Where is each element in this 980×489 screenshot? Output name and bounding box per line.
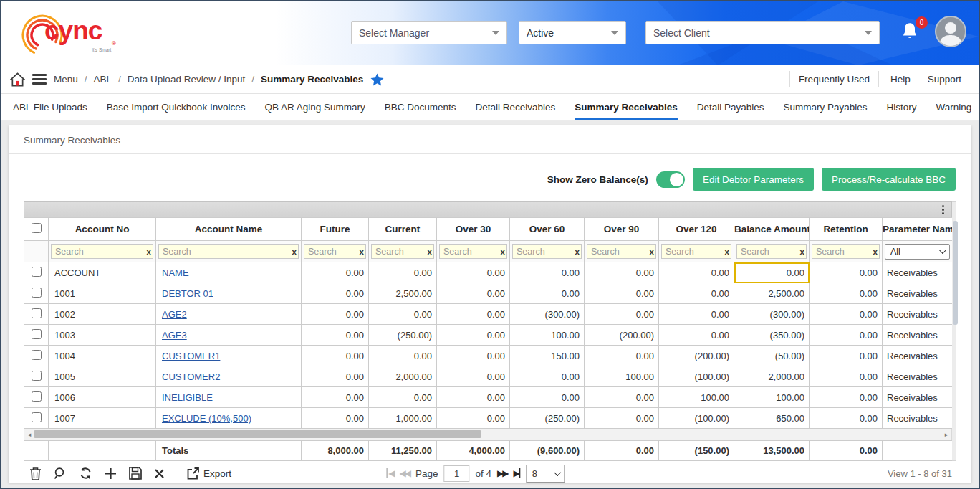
column-header-balance-amount[interactable]: Balance Amount xyxy=(734,218,810,241)
row-checkbox[interactable] xyxy=(32,371,42,381)
select-manager-dropdown[interactable]: Select Manager xyxy=(351,21,507,44)
search-input[interactable] xyxy=(371,244,434,259)
show-zero-balances-toggle[interactable] xyxy=(656,171,685,188)
clear-search-button[interactable]: x xyxy=(873,247,878,256)
clear-search-button[interactable]: x xyxy=(292,247,297,256)
grid-options-button[interactable] xyxy=(942,205,944,214)
account-name-link[interactable]: CUSTOMER1 xyxy=(162,351,220,361)
save-button[interactable] xyxy=(129,467,142,480)
previous-page-button[interactable]: ◀◀ xyxy=(400,468,410,478)
frequently-used-link[interactable]: Frequently Used xyxy=(789,71,879,87)
process-recalculate-bbc-button[interactable]: Process/Re-calculate BBC xyxy=(822,168,956,191)
account-name-link[interactable]: DEBTOR 01 xyxy=(162,288,213,299)
user-avatar[interactable] xyxy=(935,16,966,47)
row-checkbox[interactable] xyxy=(32,288,42,298)
search-button[interactable] xyxy=(54,467,67,480)
column-header-over-60[interactable]: Over 60 xyxy=(510,218,585,241)
row-checkbox[interactable] xyxy=(32,391,42,402)
tab-abl-file-uploads[interactable]: ABL File Uploads xyxy=(13,94,87,120)
column-header-retention[interactable]: Retention xyxy=(810,218,883,241)
row-checkbox[interactable] xyxy=(32,308,42,318)
future-cell: 0.00 xyxy=(302,325,369,346)
row-checkbox[interactable] xyxy=(32,267,42,277)
tab-summary-receivables[interactable]: Summary Receivables xyxy=(575,94,677,120)
search-input[interactable] xyxy=(812,244,880,259)
row-checkbox[interactable] xyxy=(32,329,42,339)
vertical-scrollbar[interactable] xyxy=(952,201,956,461)
over60-cell: 0.00 xyxy=(510,262,585,283)
scroll-left-arrow-icon[interactable]: ◂ xyxy=(24,429,34,440)
select-all-checkbox[interactable] xyxy=(32,223,42,233)
tab-history[interactable]: History xyxy=(887,94,917,120)
breadcrumb-menu-label[interactable]: Menu xyxy=(54,74,78,85)
export-button[interactable]: Export xyxy=(187,467,231,480)
search-input[interactable] xyxy=(736,244,807,259)
account-name-link[interactable]: EXCLUDE (10%,500) xyxy=(162,413,251,424)
clear-search-button[interactable]: x xyxy=(501,247,505,256)
clear-search-button[interactable]: x xyxy=(800,247,804,256)
search-input[interactable] xyxy=(439,244,507,259)
scroll-right-arrow-icon[interactable]: ▸ xyxy=(941,429,951,440)
future-cell: 0.00 xyxy=(302,304,369,325)
horizontal-scrollbar[interactable]: ◂ ▸ xyxy=(24,429,952,440)
column-header-account-name[interactable]: Account Name xyxy=(156,218,302,241)
breadcrumb-item-data-upload[interactable]: Data Upload Review / Input xyxy=(128,74,245,85)
select-client-dropdown[interactable]: Select Client xyxy=(645,21,880,44)
search-input[interactable] xyxy=(512,244,582,259)
tab-summary-payables[interactable]: Summary Payables xyxy=(783,94,867,120)
row-checkbox[interactable] xyxy=(32,412,42,422)
column-header-over-90[interactable]: Over 90 xyxy=(585,218,659,241)
column-header-future[interactable]: Future xyxy=(302,218,369,241)
tab-warning[interactable]: Warning xyxy=(936,94,972,120)
account-name-link[interactable]: AGE2 xyxy=(162,309,187,320)
menu-toggle-button[interactable] xyxy=(32,74,47,85)
column-header-over-30[interactable]: Over 30 xyxy=(437,218,510,241)
edit-debtor-parameters-button[interactable]: Edit Debtor Parameters xyxy=(693,168,814,191)
notifications-bell[interactable]: 0 xyxy=(900,22,925,46)
clear-search-button[interactable]: x xyxy=(725,247,729,256)
last-page-button[interactable]: ▶ xyxy=(514,468,521,478)
row-checkbox[interactable] xyxy=(32,350,42,360)
search-input[interactable] xyxy=(51,244,153,259)
home-button[interactable] xyxy=(10,72,25,87)
account-name-link[interactable]: NAME xyxy=(162,267,189,278)
account-name-link[interactable]: INELIGIBLE xyxy=(162,392,213,403)
column-header-account-no[interactable]: Account No xyxy=(49,218,156,241)
add-row-button[interactable] xyxy=(105,467,117,480)
tab-base-import-quickbook-invoices[interactable]: Base Import Quickbook Invoices xyxy=(107,94,246,120)
page-number-input[interactable] xyxy=(444,465,470,482)
tab-bbc-documents[interactable]: BBC Documents xyxy=(385,94,456,120)
search-input[interactable] xyxy=(304,244,366,259)
clear-search-button[interactable]: x xyxy=(360,247,364,256)
vertical-scroll-thumb[interactable] xyxy=(953,221,958,325)
clear-search-button[interactable]: x xyxy=(147,247,151,256)
clear-search-button[interactable]: x xyxy=(428,247,432,256)
account-name-link[interactable]: CUSTOMER2 xyxy=(162,371,220,382)
parameter-filter-select[interactable]: All xyxy=(885,244,950,260)
cancel-button[interactable] xyxy=(154,468,165,479)
clear-search-button[interactable]: x xyxy=(650,247,654,256)
tab-qb-ar-aging-summary[interactable]: QB AR Aging Summary xyxy=(264,94,365,120)
column-header-parameter-name[interactable]: Parameter Name xyxy=(883,218,953,241)
delete-button[interactable] xyxy=(29,467,42,480)
column-header-over-120[interactable]: Over 120 xyxy=(659,218,734,241)
column-header-current[interactable]: Current xyxy=(369,218,437,241)
refresh-button[interactable] xyxy=(79,467,92,480)
help-link[interactable]: Help xyxy=(882,71,919,87)
search-input[interactable] xyxy=(587,244,656,259)
search-input[interactable] xyxy=(661,244,731,259)
support-link[interactable]: Support xyxy=(919,71,970,87)
tab-detail-payables[interactable]: Detail Payables xyxy=(697,94,764,120)
horizontal-scroll-thumb[interactable] xyxy=(34,430,481,438)
search-input[interactable] xyxy=(158,244,299,259)
breadcrumb-item-abl[interactable]: ABL xyxy=(94,74,112,85)
status-dropdown[interactable]: Active xyxy=(519,21,626,44)
tab-detail-receivables[interactable]: Detail Receivables xyxy=(476,94,556,120)
selected-cell[interactable]: 0.00 xyxy=(734,262,810,283)
account-name-link[interactable]: AGE3 xyxy=(162,330,187,341)
favorite-star-button[interactable] xyxy=(370,73,384,86)
clear-search-button[interactable]: x xyxy=(575,247,580,256)
page-size-select[interactable]: 8 xyxy=(527,465,565,483)
next-page-button[interactable]: ▶▶ xyxy=(497,468,507,478)
first-page-button[interactable]: ◀ xyxy=(386,468,393,478)
